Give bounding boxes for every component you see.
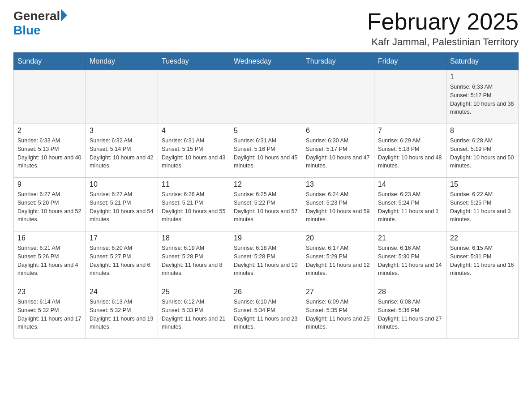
calendar-cell: 23Sunrise: 6:14 AMSunset: 5:32 PMDayligh… <box>14 285 86 339</box>
day-number: 10 <box>90 180 154 188</box>
day-info: Sunrise: 6:08 AMSunset: 5:36 PMDaylight:… <box>378 298 442 331</box>
day-info: Sunrise: 6:30 AMSunset: 5:17 PMDaylight:… <box>306 137 370 170</box>
day-number: 22 <box>450 234 515 242</box>
day-info: Sunrise: 6:24 AMSunset: 5:23 PMDaylight:… <box>306 190 370 224</box>
day-number: 4 <box>162 127 226 135</box>
day-number: 19 <box>234 234 298 242</box>
day-number: 16 <box>17 234 82 242</box>
weekday-header-monday: Monday <box>86 53 158 70</box>
day-number: 23 <box>17 288 82 296</box>
calendar-cell: 18Sunrise: 6:19 AMSunset: 5:28 PMDayligh… <box>158 231 230 285</box>
day-info: Sunrise: 6:16 AMSunset: 5:30 PMDaylight:… <box>378 244 442 278</box>
calendar-cell: 12Sunrise: 6:25 AMSunset: 5:22 PMDayligh… <box>230 178 302 231</box>
day-info: Sunrise: 6:27 AMSunset: 5:21 PMDaylight:… <box>90 190 154 224</box>
calendar-cell: 10Sunrise: 6:27 AMSunset: 5:21 PMDayligh… <box>86 178 158 231</box>
day-number: 2 <box>17 127 82 135</box>
weekday-header-saturday: Saturday <box>446 53 519 70</box>
day-info: Sunrise: 6:13 AMSunset: 5:32 PMDaylight:… <box>90 298 154 331</box>
day-info: Sunrise: 6:17 AMSunset: 5:29 PMDaylight:… <box>306 244 370 278</box>
calendar-cell: 27Sunrise: 6:09 AMSunset: 5:35 PMDayligh… <box>302 285 374 339</box>
calendar-cell: 6Sunrise: 6:30 AMSunset: 5:17 PMDaylight… <box>302 124 374 178</box>
day-info: Sunrise: 6:19 AMSunset: 5:28 PMDaylight:… <box>162 244 226 278</box>
weekday-header-tuesday: Tuesday <box>158 53 230 70</box>
day-info: Sunrise: 6:31 AMSunset: 5:16 PMDaylight:… <box>234 137 298 170</box>
calendar-cell: 22Sunrise: 6:15 AMSunset: 5:31 PMDayligh… <box>446 231 519 285</box>
calendar-cell: 7Sunrise: 6:29 AMSunset: 5:18 PMDaylight… <box>374 124 446 178</box>
day-number: 5 <box>234 127 298 135</box>
calendar-cell: 9Sunrise: 6:27 AMSunset: 5:20 PMDaylight… <box>14 178 86 231</box>
day-info: Sunrise: 6:21 AMSunset: 5:26 PMDaylight:… <box>17 244 82 278</box>
calendar-cell <box>14 70 86 124</box>
day-number: 18 <box>162 234 226 242</box>
weekday-header-wednesday: Wednesday <box>230 53 302 70</box>
title-area: February 2025 Kafr Jammal, Palestinian T… <box>367 9 519 48</box>
day-info: Sunrise: 6:32 AMSunset: 5:14 PMDaylight:… <box>90 137 154 170</box>
calendar-cell <box>374 70 446 124</box>
day-number: 1 <box>450 73 515 81</box>
calendar-title: February 2025 <box>367 9 519 34</box>
calendar-cell: 20Sunrise: 6:17 AMSunset: 5:29 PMDayligh… <box>302 231 374 285</box>
day-info: Sunrise: 6:25 AMSunset: 5:22 PMDaylight:… <box>234 190 298 224</box>
calendar-cell: 26Sunrise: 6:10 AMSunset: 5:34 PMDayligh… <box>230 285 302 339</box>
day-number: 26 <box>234 288 298 296</box>
calendar-table: SundayMondayTuesdayWednesdayThursdayFrid… <box>13 52 519 339</box>
calendar-cell: 14Sunrise: 6:23 AMSunset: 5:24 PMDayligh… <box>374 178 446 231</box>
week-row-2: 2Sunrise: 6:33 AMSunset: 5:13 PMDaylight… <box>14 124 519 178</box>
calendar-cell: 28Sunrise: 6:08 AMSunset: 5:36 PMDayligh… <box>374 285 446 339</box>
calendar-cell: 8Sunrise: 6:28 AMSunset: 5:19 PMDaylight… <box>446 124 519 178</box>
weekday-header-sunday: Sunday <box>14 53 86 70</box>
calendar-cell: 13Sunrise: 6:24 AMSunset: 5:23 PMDayligh… <box>302 178 374 231</box>
day-info: Sunrise: 6:31 AMSunset: 5:15 PMDaylight:… <box>162 137 226 170</box>
calendar-cell: 3Sunrise: 6:32 AMSunset: 5:14 PMDaylight… <box>86 124 158 178</box>
page-header: General Blue February 2025 Kafr Jammal, … <box>13 9 519 48</box>
calendar-cell: 2Sunrise: 6:33 AMSunset: 5:13 PMDaylight… <box>14 124 86 178</box>
day-number: 28 <box>378 288 442 296</box>
day-number: 20 <box>306 234 370 242</box>
day-info: Sunrise: 6:14 AMSunset: 5:32 PMDaylight:… <box>17 298 82 331</box>
day-number: 9 <box>17 180 82 188</box>
calendar-body: 1Sunrise: 6:33 AMSunset: 5:12 PMDaylight… <box>14 70 519 339</box>
calendar-subtitle: Kafr Jammal, Palestinian Territory <box>367 36 519 48</box>
day-number: 17 <box>90 234 154 242</box>
week-row-3: 9Sunrise: 6:27 AMSunset: 5:20 PMDaylight… <box>14 178 519 231</box>
day-number: 6 <box>306 127 370 135</box>
day-info: Sunrise: 6:28 AMSunset: 5:19 PMDaylight:… <box>450 137 515 170</box>
day-info: Sunrise: 6:29 AMSunset: 5:18 PMDaylight:… <box>378 137 442 170</box>
day-number: 24 <box>90 288 154 296</box>
day-info: Sunrise: 6:23 AMSunset: 5:24 PMDaylight:… <box>378 190 442 224</box>
logo-blue-text: Blue <box>13 23 41 38</box>
day-info: Sunrise: 6:22 AMSunset: 5:25 PMDaylight:… <box>450 190 515 224</box>
day-number: 11 <box>162 180 226 188</box>
calendar-cell: 4Sunrise: 6:31 AMSunset: 5:15 PMDaylight… <box>158 124 230 178</box>
calendar-cell: 1Sunrise: 6:33 AMSunset: 5:12 PMDaylight… <box>446 70 519 124</box>
day-info: Sunrise: 6:09 AMSunset: 5:35 PMDaylight:… <box>306 298 370 331</box>
day-info: Sunrise: 6:27 AMSunset: 5:20 PMDaylight:… <box>17 190 82 224</box>
day-number: 21 <box>378 234 442 242</box>
calendar-cell: 16Sunrise: 6:21 AMSunset: 5:26 PMDayligh… <box>14 231 86 285</box>
day-info: Sunrise: 6:20 AMSunset: 5:27 PMDaylight:… <box>90 244 154 278</box>
day-number: 3 <box>90 127 154 135</box>
calendar-cell: 25Sunrise: 6:12 AMSunset: 5:33 PMDayligh… <box>158 285 230 339</box>
day-number: 12 <box>234 180 298 188</box>
day-number: 15 <box>450 180 515 188</box>
week-row-5: 23Sunrise: 6:14 AMSunset: 5:32 PMDayligh… <box>14 285 519 339</box>
calendar-cell <box>86 70 158 124</box>
logo-area: General Blue <box>13 9 67 38</box>
week-row-4: 16Sunrise: 6:21 AMSunset: 5:26 PMDayligh… <box>14 231 519 285</box>
day-info: Sunrise: 6:26 AMSunset: 5:21 PMDaylight:… <box>162 190 226 224</box>
day-info: Sunrise: 6:33 AMSunset: 5:13 PMDaylight:… <box>17 137 82 170</box>
calendar-cell <box>158 70 230 124</box>
day-number: 7 <box>378 127 442 135</box>
day-info: Sunrise: 6:10 AMSunset: 5:34 PMDaylight:… <box>234 298 298 331</box>
day-number: 27 <box>306 288 370 296</box>
calendar-header: SundayMondayTuesdayWednesdayThursdayFrid… <box>14 53 519 70</box>
day-info: Sunrise: 6:15 AMSunset: 5:31 PMDaylight:… <box>450 244 515 278</box>
calendar-cell: 5Sunrise: 6:31 AMSunset: 5:16 PMDaylight… <box>230 124 302 178</box>
day-number: 8 <box>450 127 515 135</box>
logo-triangle-icon <box>61 9 67 21</box>
day-number: 25 <box>162 288 226 296</box>
day-info: Sunrise: 6:12 AMSunset: 5:33 PMDaylight:… <box>162 298 226 331</box>
calendar-cell <box>446 285 519 339</box>
day-number: 13 <box>306 180 370 188</box>
day-info: Sunrise: 6:33 AMSunset: 5:12 PMDaylight:… <box>450 83 515 116</box>
